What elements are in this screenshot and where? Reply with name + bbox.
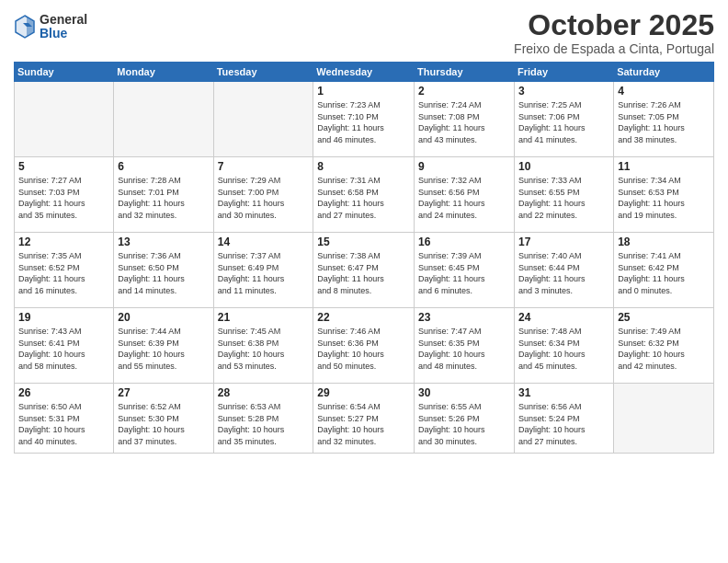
day-number: 9 xyxy=(418,160,510,173)
header: General Blue October 2025 Freixo de Espa… xyxy=(14,9,714,56)
day-info: Sunrise: 7:40 AM Sunset: 6:44 PM Dayligh… xyxy=(518,250,609,296)
table-row: 8Sunrise: 7:31 AM Sunset: 6:58 PM Daylig… xyxy=(313,157,415,233)
table-row: 16Sunrise: 7:39 AM Sunset: 6:45 PM Dayli… xyxy=(415,233,515,308)
day-number: 22 xyxy=(317,311,410,324)
day-info: Sunrise: 7:27 AM Sunset: 7:03 PM Dayligh… xyxy=(18,175,109,221)
day-number: 17 xyxy=(518,236,609,248)
table-row: 13Sunrise: 7:36 AM Sunset: 6:50 PM Dayli… xyxy=(114,233,213,308)
day-number: 8 xyxy=(317,160,410,173)
table-row: 12Sunrise: 7:35 AM Sunset: 6:52 PM Dayli… xyxy=(15,233,114,308)
day-info: Sunrise: 7:26 AM Sunset: 7:05 PM Dayligh… xyxy=(618,99,710,145)
day-number: 2 xyxy=(418,85,510,98)
day-info: Sunrise: 7:25 AM Sunset: 7:06 PM Dayligh… xyxy=(518,99,609,145)
col-saturday: Saturday xyxy=(614,63,714,82)
day-number: 24 xyxy=(518,311,609,324)
day-number: 5 xyxy=(18,160,109,173)
day-info: Sunrise: 7:38 AM Sunset: 6:47 PM Dayligh… xyxy=(317,250,410,296)
table-row: 15Sunrise: 7:38 AM Sunset: 6:47 PM Dayli… xyxy=(313,233,415,308)
month-title: October 2025 xyxy=(514,9,714,41)
day-info: Sunrise: 7:47 AM Sunset: 6:35 PM Dayligh… xyxy=(418,326,510,372)
day-info: Sunrise: 7:41 AM Sunset: 6:42 PM Dayligh… xyxy=(618,250,710,296)
day-info: Sunrise: 6:56 AM Sunset: 5:24 PM Dayligh… xyxy=(518,401,609,447)
day-number: 6 xyxy=(118,160,209,173)
day-number: 1 xyxy=(317,85,410,98)
day-number: 7 xyxy=(218,160,310,173)
table-row: 20Sunrise: 7:44 AM Sunset: 6:39 PM Dayli… xyxy=(114,308,213,384)
day-number: 3 xyxy=(518,85,609,98)
table-row: 1Sunrise: 7:23 AM Sunset: 7:10 PM Daylig… xyxy=(313,82,415,157)
table-row: 27Sunrise: 6:52 AM Sunset: 5:30 PM Dayli… xyxy=(114,384,213,454)
logo-blue-text: Blue xyxy=(40,27,87,40)
day-number: 30 xyxy=(418,386,510,399)
day-info: Sunrise: 7:23 AM Sunset: 7:10 PM Dayligh… xyxy=(317,99,410,145)
header-row: Sunday Monday Tuesday Wednesday Thursday… xyxy=(15,63,714,82)
table-row: 24Sunrise: 7:48 AM Sunset: 6:34 PM Dayli… xyxy=(515,308,614,384)
table-row: 10Sunrise: 7:33 AM Sunset: 6:55 PM Dayli… xyxy=(515,157,614,233)
table-row: 3Sunrise: 7:25 AM Sunset: 7:06 PM Daylig… xyxy=(515,82,614,157)
table-row xyxy=(614,384,714,454)
day-info: Sunrise: 6:52 AM Sunset: 5:30 PM Dayligh… xyxy=(118,401,209,447)
day-info: Sunrise: 7:34 AM Sunset: 6:53 PM Dayligh… xyxy=(618,175,710,221)
day-number: 28 xyxy=(218,386,310,399)
day-info: Sunrise: 7:33 AM Sunset: 6:55 PM Dayligh… xyxy=(518,175,609,221)
day-number: 21 xyxy=(218,311,310,324)
table-row: 11Sunrise: 7:34 AM Sunset: 6:53 PM Dayli… xyxy=(614,157,714,233)
table-row xyxy=(114,82,213,157)
day-info: Sunrise: 7:49 AM Sunset: 6:32 PM Dayligh… xyxy=(618,326,710,372)
title-section: October 2025 Freixo de Espada a Cinta, P… xyxy=(514,9,714,56)
logo-general-text: General xyxy=(40,13,87,27)
day-info: Sunrise: 7:31 AM Sunset: 6:58 PM Dayligh… xyxy=(317,175,410,221)
day-info: Sunrise: 7:44 AM Sunset: 6:39 PM Dayligh… xyxy=(118,326,209,372)
day-number: 31 xyxy=(518,386,609,399)
day-number: 12 xyxy=(18,236,109,248)
day-number: 16 xyxy=(418,236,510,248)
day-info: Sunrise: 7:29 AM Sunset: 7:00 PM Dayligh… xyxy=(218,175,310,221)
col-monday: Monday xyxy=(114,63,213,82)
table-row: 22Sunrise: 7:46 AM Sunset: 6:36 PM Dayli… xyxy=(313,308,415,384)
day-number: 15 xyxy=(317,236,410,248)
table-row: 21Sunrise: 7:45 AM Sunset: 6:38 PM Dayli… xyxy=(213,308,313,384)
table-row: 30Sunrise: 6:55 AM Sunset: 5:26 PM Dayli… xyxy=(415,384,515,454)
day-info: Sunrise: 7:35 AM Sunset: 6:52 PM Dayligh… xyxy=(18,250,109,296)
day-number: 18 xyxy=(618,236,710,248)
day-number: 20 xyxy=(118,311,209,324)
day-number: 14 xyxy=(218,236,310,248)
day-info: Sunrise: 6:53 AM Sunset: 5:28 PM Dayligh… xyxy=(218,401,310,447)
day-number: 27 xyxy=(118,386,209,399)
day-number: 11 xyxy=(618,160,710,173)
table-row: 28Sunrise: 6:53 AM Sunset: 5:28 PM Dayli… xyxy=(213,384,313,454)
col-friday: Friday xyxy=(515,63,614,82)
day-info: Sunrise: 7:32 AM Sunset: 6:56 PM Dayligh… xyxy=(418,175,510,221)
table-row: 7Sunrise: 7:29 AM Sunset: 7:00 PM Daylig… xyxy=(213,157,313,233)
table-row: 9Sunrise: 7:32 AM Sunset: 6:56 PM Daylig… xyxy=(415,157,515,233)
table-row: 29Sunrise: 6:54 AM Sunset: 5:27 PM Dayli… xyxy=(313,384,415,454)
table-row: 2Sunrise: 7:24 AM Sunset: 7:08 PM Daylig… xyxy=(415,82,515,157)
logo: General Blue xyxy=(14,13,87,41)
day-info: Sunrise: 6:55 AM Sunset: 5:26 PM Dayligh… xyxy=(418,401,510,447)
day-info: Sunrise: 7:24 AM Sunset: 7:08 PM Dayligh… xyxy=(418,99,510,145)
logo-icon xyxy=(14,14,36,40)
day-number: 4 xyxy=(618,85,710,98)
table-row: 23Sunrise: 7:47 AM Sunset: 6:35 PM Dayli… xyxy=(415,308,515,384)
day-number: 10 xyxy=(518,160,609,173)
day-info: Sunrise: 7:37 AM Sunset: 6:49 PM Dayligh… xyxy=(218,250,310,296)
day-info: Sunrise: 7:48 AM Sunset: 6:34 PM Dayligh… xyxy=(518,326,609,372)
calendar-page: General Blue October 2025 Freixo de Espa… xyxy=(0,0,728,563)
table-row: 4Sunrise: 7:26 AM Sunset: 7:05 PM Daylig… xyxy=(614,82,714,157)
day-info: Sunrise: 7:46 AM Sunset: 6:36 PM Dayligh… xyxy=(317,326,410,372)
day-number: 26 xyxy=(18,386,109,399)
table-row: 25Sunrise: 7:49 AM Sunset: 6:32 PM Dayli… xyxy=(614,308,714,384)
table-row: 6Sunrise: 7:28 AM Sunset: 7:01 PM Daylig… xyxy=(114,157,213,233)
day-number: 23 xyxy=(418,311,510,324)
day-number: 13 xyxy=(118,236,209,248)
day-info: Sunrise: 7:43 AM Sunset: 6:41 PM Dayligh… xyxy=(18,326,109,372)
col-wednesday: Wednesday xyxy=(313,63,415,82)
day-info: Sunrise: 7:28 AM Sunset: 7:01 PM Dayligh… xyxy=(118,175,209,221)
table-row: 31Sunrise: 6:56 AM Sunset: 5:24 PM Dayli… xyxy=(515,384,614,454)
day-info: Sunrise: 7:45 AM Sunset: 6:38 PM Dayligh… xyxy=(218,326,310,372)
col-sunday: Sunday xyxy=(15,63,114,82)
subtitle: Freixo de Espada a Cinta, Portugal xyxy=(514,41,714,56)
day-info: Sunrise: 6:50 AM Sunset: 5:31 PM Dayligh… xyxy=(18,401,109,447)
table-row: 19Sunrise: 7:43 AM Sunset: 6:41 PM Dayli… xyxy=(15,308,114,384)
day-info: Sunrise: 7:39 AM Sunset: 6:45 PM Dayligh… xyxy=(418,250,510,296)
